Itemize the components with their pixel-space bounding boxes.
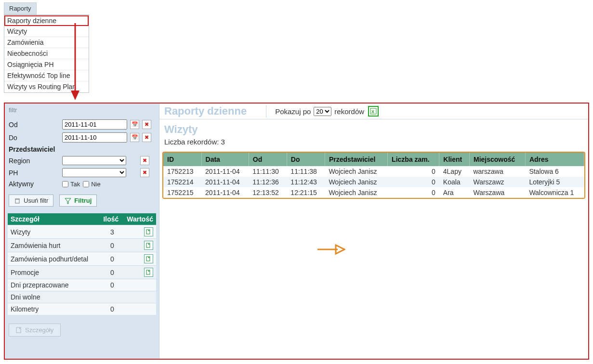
do-label: Do: [9, 134, 59, 142]
detail-icon[interactable]: [144, 241, 153, 250]
do-input[interactable]: [62, 132, 127, 143]
svg-rect-9: [146, 257, 150, 261]
szczegoly-button[interactable]: Szczegóły: [9, 324, 61, 337]
records-header[interactable]: Przedstawiciel: [325, 153, 387, 166]
summary-table: Szczegół Ilość Wartość Wizyty3Zamówienia…: [8, 213, 156, 315]
table-row[interactable]: 17522152011-11-0412:13:5212:21:15Wojciec…: [163, 187, 584, 198]
detail-icon[interactable]: [144, 268, 153, 277]
records-header[interactable]: ID: [163, 153, 201, 166]
summary-header-wartosc: Wartość: [124, 213, 156, 225]
przedstawiciel-label: Przedstawiciel: [9, 145, 59, 153]
od-label: Od: [9, 121, 59, 129]
records-wrap: IDDataOdDoPrzedstawicielLiczba zam.Klien…: [162, 152, 585, 199]
menu-dropdown: Raporty dzienne WizytyZamówieniaNieobecn…: [4, 14, 89, 93]
svg-marker-18: [336, 245, 344, 254]
menu-item[interactable]: Efektywność Top line: [4, 70, 89, 81]
record-count: Liczba rekordów: 3: [159, 136, 588, 152]
menu-button-label: Raporty: [9, 5, 31, 12]
tak-label: Tak: [70, 181, 80, 188]
funnel-icon: [65, 197, 71, 204]
records-header[interactable]: Liczba zam.: [388, 153, 439, 166]
menu-item[interactable]: Wizyty vs Routing Plan: [4, 81, 89, 92]
nie-checkbox[interactable]: [83, 181, 89, 187]
page-size-select[interactable]: 20: [314, 107, 331, 116]
aktywny-label: Aktywny: [9, 180, 59, 188]
svg-rect-5: [146, 230, 150, 234]
records-header[interactable]: Do: [287, 153, 325, 166]
records-header[interactable]: Data: [201, 153, 249, 166]
table-row[interactable]: 17522142011-11-0411:12:3611:12:43Wojciec…: [163, 177, 584, 187]
summary-row: Kilometry0: [8, 303, 156, 315]
menu-item[interactable]: Nieobecności: [4, 48, 89, 59]
svg-rect-7: [146, 243, 150, 247]
pager-suffix: rekordów: [334, 107, 364, 116]
tak-checkbox[interactable]: [62, 181, 68, 187]
svg-text:X: X: [371, 109, 374, 114]
summary-row: Zamówienia hurt0: [8, 239, 156, 252]
svg-marker-4: [65, 198, 71, 204]
clear-ph-icon[interactable]: ✖: [140, 168, 149, 177]
trash-icon: [14, 197, 21, 204]
summary-row: Wizyty3: [8, 225, 156, 239]
clear-do-icon[interactable]: ✖: [142, 133, 151, 142]
pager-prefix: Pokazuj po: [275, 107, 311, 116]
main-panel: filtr Od 📅 ✖ Do 📅 ✖ Przedstawiciel Regio…: [4, 103, 589, 360]
svg-rect-11: [146, 270, 150, 274]
filter-title: filtr: [5, 104, 159, 118]
ph-select[interactable]: [62, 168, 126, 177]
summary-row: Dni wolne: [8, 291, 156, 303]
ph-label: PH: [9, 169, 59, 177]
summary-row: Promocje0: [8, 266, 156, 279]
summary-header-ilosc: Ilość: [100, 213, 124, 225]
svg-rect-2: [15, 199, 19, 203]
page-title: Raporty dzienne: [164, 105, 266, 117]
od-input[interactable]: [62, 119, 127, 130]
clear-filter-button[interactable]: Usuń filtr: [9, 195, 53, 207]
detail-icon[interactable]: [144, 254, 153, 263]
summary-header-szczegol: Szczegół: [8, 213, 100, 225]
annotation-arrow-right: [316, 243, 345, 256]
summary-row: Zamówienia podhurt/detal0: [8, 252, 156, 266]
menu-item-raporty-dzienne[interactable]: Raporty dzienne: [4, 15, 89, 26]
doc-icon: [16, 327, 22, 333]
menu-item[interactable]: Wizyty: [4, 26, 89, 37]
menu-button-raporty[interactable]: Raporty: [4, 2, 37, 14]
detail-icon[interactable]: [144, 227, 153, 236]
section-title: Wizyty: [159, 119, 588, 136]
summary-row: Dni przepracowane0: [8, 279, 156, 291]
filter-pane: filtr Od 📅 ✖ Do 📅 ✖ Przedstawiciel Regio…: [5, 104, 159, 359]
menu-item[interactable]: Zamówienia: [4, 37, 89, 48]
region-select[interactable]: [62, 156, 126, 165]
clear-region-icon[interactable]: ✖: [140, 156, 149, 165]
calendar-icon[interactable]: 📅: [130, 133, 139, 142]
results-pane: Raporty dzienne Pokazuj po 20 rekordów X: [159, 104, 588, 359]
table-row[interactable]: 17522132011-11-0411:11:3011:11:38Wojciec…: [163, 166, 584, 177]
region-label: Region: [9, 157, 59, 165]
menu-item[interactable]: Osiągnięcia PH: [4, 59, 89, 70]
records-table: IDDataOdDoPrzedstawicielLiczba zam.Klien…: [163, 153, 584, 198]
records-header[interactable]: Od: [249, 153, 287, 166]
export-excel-button[interactable]: X: [368, 106, 379, 117]
clear-od-icon[interactable]: ✖: [142, 120, 151, 129]
calendar-icon[interactable]: 📅: [130, 120, 139, 129]
excel-icon: X: [370, 108, 377, 115]
nie-label: Nie: [91, 181, 101, 188]
records-header[interactable]: Miejscowość: [469, 153, 525, 166]
filter-button[interactable]: Filtruj: [59, 195, 97, 207]
records-header[interactable]: Adres: [525, 153, 584, 166]
records-header[interactable]: Klient: [439, 153, 470, 166]
